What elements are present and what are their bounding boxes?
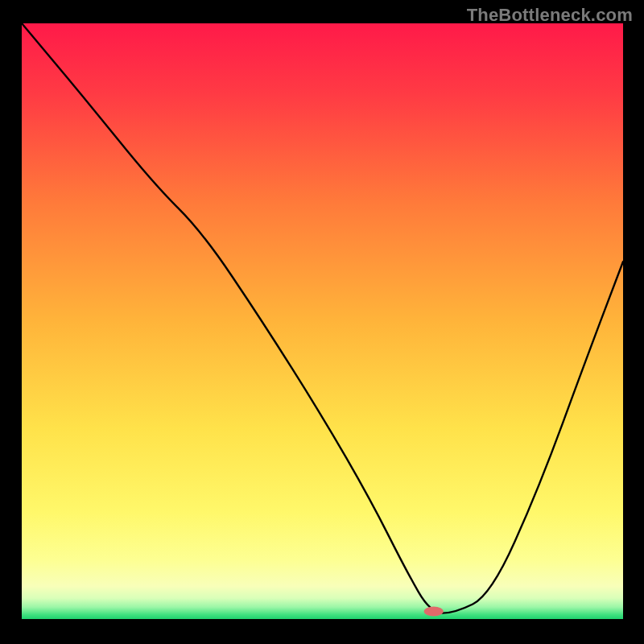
optimum-marker: [424, 606, 444, 616]
chart-frame: { "watermark": "TheBottleneck.com", "gra…: [0, 0, 644, 644]
gradient-background: [22, 23, 623, 619]
bottleneck-chart: [0, 0, 644, 644]
